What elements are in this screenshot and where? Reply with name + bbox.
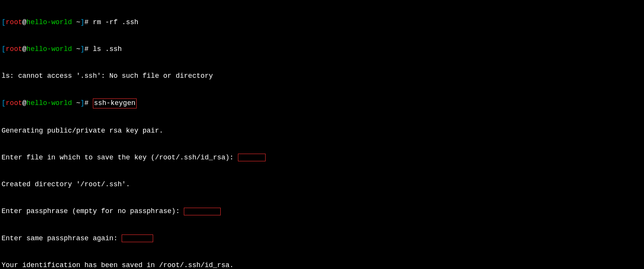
bracket-open: [ bbox=[2, 45, 6, 53]
output-enter-pass-line: Enter passphrase (empty for no passphras… bbox=[2, 207, 642, 216]
prompt-hash: # bbox=[84, 99, 89, 107]
cmd-rm-rf-text: rm -rf .ssh bbox=[93, 18, 139, 26]
prompt-host: hello-world bbox=[26, 45, 72, 53]
prompt-line-3: [root@hello-world ~]# ssh-keygen bbox=[2, 98, 642, 108]
bracket-open: [ bbox=[2, 18, 6, 26]
prompt-at: @ bbox=[22, 45, 26, 53]
cmd-ssh-keygen: ssh-keygen bbox=[94, 99, 135, 107]
output-ls-error: ls: cannot access '.ssh': No such file o… bbox=[2, 72, 642, 80]
output-created-dir: Created directory '/root/.ssh'. bbox=[2, 180, 642, 189]
prompt-host: hello-world bbox=[26, 18, 72, 26]
output-enter-file-line: Enter file in which to save the key (/ro… bbox=[2, 153, 642, 162]
prompt-path: ~ bbox=[72, 18, 81, 26]
prompt-user: root bbox=[6, 18, 22, 26]
cmd-ls-ssh-1: ls .ssh bbox=[93, 45, 122, 53]
output-enter-pass-again: Enter same passphrase again: bbox=[2, 235, 122, 242]
highlight-box-empty-1 bbox=[238, 154, 266, 161]
prompt-path: ~ bbox=[72, 45, 81, 53]
prompt-user: root bbox=[6, 45, 22, 53]
output-enter-pass: Enter passphrase (empty for no passphras… bbox=[2, 207, 184, 215]
prompt-hash: # bbox=[84, 18, 89, 26]
bracket-close: ] bbox=[80, 18, 84, 26]
highlight-box-empty-2 bbox=[184, 208, 221, 215]
prompt-at: @ bbox=[22, 99, 26, 107]
bracket-close: ] bbox=[80, 99, 84, 107]
prompt-at: @ bbox=[22, 18, 26, 26]
prompt-path: ~ bbox=[72, 99, 81, 107]
output-enter-file: Enter file in which to save the key (/ro… bbox=[2, 154, 238, 161]
output-enter-pass-again-line: Enter same passphrase again: bbox=[2, 234, 642, 243]
prompt-user: root bbox=[6, 99, 22, 107]
output-gen-pair: Generating public/private rsa key pair. bbox=[2, 126, 642, 135]
prompt-line-2: [root@hello-world ~]# ls .ssh bbox=[2, 45, 642, 54]
terminal-output[interactable]: [root@hello-world ~]# rm -rf .ssh [root@… bbox=[0, 0, 644, 269]
prompt-hash: # bbox=[84, 45, 89, 53]
output-id-saved: Your identification has been saved in /r… bbox=[2, 261, 642, 269]
bracket-open: [ bbox=[2, 99, 6, 107]
highlight-box-ssh-keygen: ssh-keygen bbox=[93, 98, 137, 108]
prompt-host: hello-world bbox=[26, 99, 72, 107]
prompt-line-1: [root@hello-world ~]# rm -rf .ssh bbox=[2, 18, 642, 27]
cmd-rm-rf bbox=[89, 18, 93, 26]
bracket-close: ] bbox=[80, 45, 84, 53]
highlight-box-empty-3 bbox=[122, 235, 153, 242]
